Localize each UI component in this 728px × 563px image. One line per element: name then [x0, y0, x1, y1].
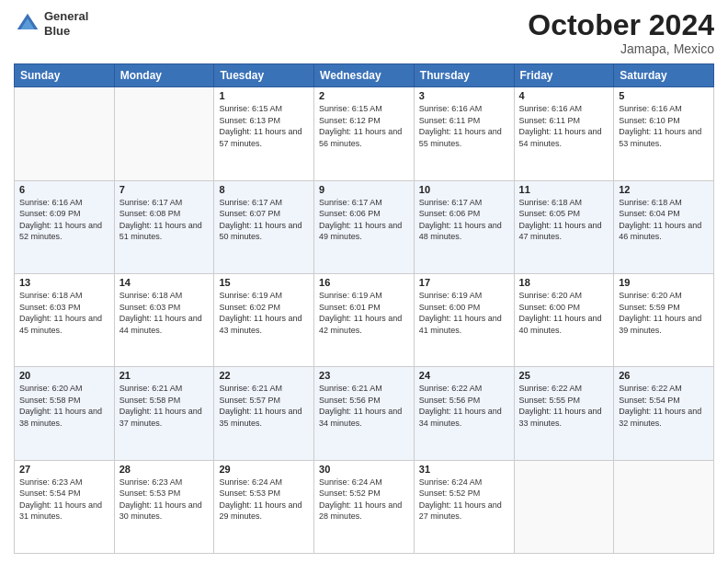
calendar-cell: 14Sunrise: 6:18 AM Sunset: 6:03 PM Dayli… — [114, 273, 214, 366]
day-number: 14 — [119, 277, 210, 288]
calendar-cell: 25Sunrise: 6:22 AM Sunset: 5:55 PM Dayli… — [514, 367, 614, 460]
day-number: 16 — [319, 277, 409, 288]
calendar-cell: 21Sunrise: 6:21 AM Sunset: 5:58 PM Dayli… — [114, 367, 214, 460]
calendar-cell: 3Sunrise: 6:16 AM Sunset: 6:11 PM Daylig… — [414, 87, 514, 180]
cell-content: Sunrise: 6:23 AM Sunset: 5:53 PM Dayligh… — [119, 477, 210, 523]
calendar-cell — [614, 460, 714, 553]
day-number: 20 — [19, 370, 109, 381]
calendar-cell: 19Sunrise: 6:20 AM Sunset: 5:59 PM Dayli… — [614, 273, 714, 366]
day-number: 2 — [319, 90, 409, 101]
cell-content: Sunrise: 6:22 AM Sunset: 5:54 PM Dayligh… — [619, 383, 709, 429]
col-header-tuesday: Tuesday — [214, 64, 314, 87]
calendar-cell: 8Sunrise: 6:17 AM Sunset: 6:07 PM Daylig… — [214, 180, 314, 273]
day-number: 8 — [219, 184, 309, 195]
cell-content: Sunrise: 6:19 AM Sunset: 6:01 PM Dayligh… — [319, 290, 409, 336]
calendar-cell — [514, 460, 614, 553]
day-number: 3 — [419, 90, 509, 101]
day-number: 26 — [619, 370, 709, 381]
day-number: 1 — [219, 90, 309, 101]
calendar-header-row: SundayMondayTuesdayWednesdayThursdayFrid… — [15, 64, 714, 87]
month-title: October 2024 — [528, 9, 714, 41]
calendar-cell: 4Sunrise: 6:16 AM Sunset: 6:11 PM Daylig… — [514, 87, 614, 180]
calendar-cell: 30Sunrise: 6:24 AM Sunset: 5:52 PM Dayli… — [314, 460, 415, 553]
day-number: 31 — [419, 464, 509, 475]
cell-content: Sunrise: 6:16 AM Sunset: 6:11 PM Dayligh… — [519, 103, 609, 149]
col-header-wednesday: Wednesday — [314, 64, 415, 87]
cell-content: Sunrise: 6:22 AM Sunset: 5:56 PM Dayligh… — [419, 383, 509, 429]
calendar-cell — [114, 87, 214, 180]
day-number: 15 — [219, 277, 309, 288]
calendar-cell: 2Sunrise: 6:15 AM Sunset: 6:12 PM Daylig… — [314, 87, 415, 180]
title-block: October 2024 Jamapa, Mexico — [528, 9, 714, 56]
day-number: 21 — [119, 370, 210, 381]
cell-content: Sunrise: 6:18 AM Sunset: 6:03 PM Dayligh… — [119, 290, 210, 336]
day-number: 4 — [519, 90, 609, 101]
cell-content: Sunrise: 6:18 AM Sunset: 6:04 PM Dayligh… — [619, 197, 709, 243]
calendar-cell: 5Sunrise: 6:16 AM Sunset: 6:10 PM Daylig… — [614, 87, 714, 180]
day-number: 17 — [419, 277, 509, 288]
cell-content: Sunrise: 6:17 AM Sunset: 6:06 PM Dayligh… — [419, 197, 509, 243]
cell-content: Sunrise: 6:24 AM Sunset: 5:52 PM Dayligh… — [419, 477, 509, 523]
day-number: 13 — [19, 277, 109, 288]
day-number: 25 — [519, 370, 609, 381]
day-number: 12 — [619, 184, 709, 195]
calendar-cell: 10Sunrise: 6:17 AM Sunset: 6:06 PM Dayli… — [414, 180, 514, 273]
day-number: 9 — [319, 184, 409, 195]
cell-content: Sunrise: 6:24 AM Sunset: 5:53 PM Dayligh… — [219, 477, 309, 523]
cell-content: Sunrise: 6:17 AM Sunset: 6:07 PM Dayligh… — [219, 197, 309, 243]
cell-content: Sunrise: 6:18 AM Sunset: 6:03 PM Dayligh… — [19, 290, 109, 336]
calendar-cell: 13Sunrise: 6:18 AM Sunset: 6:03 PM Dayli… — [15, 273, 115, 366]
cell-content: Sunrise: 6:15 AM Sunset: 6:12 PM Dayligh… — [319, 103, 409, 149]
calendar-cell: 28Sunrise: 6:23 AM Sunset: 5:53 PM Dayli… — [114, 460, 214, 553]
cell-content: Sunrise: 6:20 AM Sunset: 5:59 PM Dayligh… — [619, 290, 709, 336]
page: General Blue October 2024 Jamapa, Mexico… — [0, 0, 728, 563]
calendar-week-3: 13Sunrise: 6:18 AM Sunset: 6:03 PM Dayli… — [15, 273, 714, 366]
calendar-table: SundayMondayTuesdayWednesdayThursdayFrid… — [14, 63, 714, 554]
day-number: 10 — [419, 184, 509, 195]
calendar-week-5: 27Sunrise: 6:23 AM Sunset: 5:54 PM Dayli… — [15, 460, 714, 553]
day-number: 5 — [619, 90, 709, 101]
cell-content: Sunrise: 6:18 AM Sunset: 6:05 PM Dayligh… — [519, 197, 609, 243]
day-number: 6 — [19, 184, 109, 195]
header: General Blue October 2024 Jamapa, Mexico — [14, 9, 714, 56]
calendar-cell: 18Sunrise: 6:20 AM Sunset: 6:00 PM Dayli… — [514, 273, 614, 366]
cell-content: Sunrise: 6:21 AM Sunset: 5:56 PM Dayligh… — [319, 383, 409, 429]
col-header-thursday: Thursday — [414, 64, 514, 87]
col-header-monday: Monday — [114, 64, 214, 87]
calendar-cell: 12Sunrise: 6:18 AM Sunset: 6:04 PM Dayli… — [614, 180, 714, 273]
cell-content: Sunrise: 6:24 AM Sunset: 5:52 PM Dayligh… — [319, 477, 409, 523]
day-number: 23 — [319, 370, 409, 381]
day-number: 22 — [219, 370, 309, 381]
calendar-week-4: 20Sunrise: 6:20 AM Sunset: 5:58 PM Dayli… — [15, 367, 714, 460]
day-number: 11 — [519, 184, 609, 195]
cell-content: Sunrise: 6:20 AM Sunset: 5:58 PM Dayligh… — [19, 383, 109, 429]
cell-content: Sunrise: 6:23 AM Sunset: 5:54 PM Dayligh… — [19, 477, 109, 523]
logo: General Blue — [14, 9, 88, 38]
calendar-cell: 15Sunrise: 6:19 AM Sunset: 6:02 PM Dayli… — [214, 273, 314, 366]
cell-content: Sunrise: 6:19 AM Sunset: 6:02 PM Dayligh… — [219, 290, 309, 336]
calendar-cell: 17Sunrise: 6:19 AM Sunset: 6:00 PM Dayli… — [414, 273, 514, 366]
cell-content: Sunrise: 6:20 AM Sunset: 6:00 PM Dayligh… — [519, 290, 609, 336]
calendar-cell: 27Sunrise: 6:23 AM Sunset: 5:54 PM Dayli… — [15, 460, 115, 553]
calendar-cell: 1Sunrise: 6:15 AM Sunset: 6:13 PM Daylig… — [214, 87, 314, 180]
location: Jamapa, Mexico — [528, 41, 714, 56]
cell-content: Sunrise: 6:16 AM Sunset: 6:09 PM Dayligh… — [19, 197, 109, 243]
cell-content: Sunrise: 6:17 AM Sunset: 6:08 PM Dayligh… — [119, 197, 210, 243]
cell-content: Sunrise: 6:19 AM Sunset: 6:00 PM Dayligh… — [419, 290, 509, 336]
day-number: 19 — [619, 277, 709, 288]
calendar-cell: 22Sunrise: 6:21 AM Sunset: 5:57 PM Dayli… — [214, 367, 314, 460]
cell-content: Sunrise: 6:15 AM Sunset: 6:13 PM Dayligh… — [219, 103, 309, 149]
calendar-cell — [15, 87, 115, 180]
calendar-cell: 7Sunrise: 6:17 AM Sunset: 6:08 PM Daylig… — [114, 180, 214, 273]
cell-content: Sunrise: 6:17 AM Sunset: 6:06 PM Dayligh… — [319, 197, 409, 243]
day-number: 30 — [319, 464, 409, 475]
calendar-cell: 29Sunrise: 6:24 AM Sunset: 5:53 PM Dayli… — [214, 460, 314, 553]
calendar-cell: 20Sunrise: 6:20 AM Sunset: 5:58 PM Dayli… — [15, 367, 115, 460]
day-number: 27 — [19, 464, 109, 475]
calendar-cell: 24Sunrise: 6:22 AM Sunset: 5:56 PM Dayli… — [414, 367, 514, 460]
col-header-saturday: Saturday — [614, 64, 714, 87]
calendar-cell: 26Sunrise: 6:22 AM Sunset: 5:54 PM Dayli… — [614, 367, 714, 460]
calendar-cell: 16Sunrise: 6:19 AM Sunset: 6:01 PM Dayli… — [314, 273, 415, 366]
calendar-cell: 6Sunrise: 6:16 AM Sunset: 6:09 PM Daylig… — [15, 180, 115, 273]
day-number: 7 — [119, 184, 210, 195]
